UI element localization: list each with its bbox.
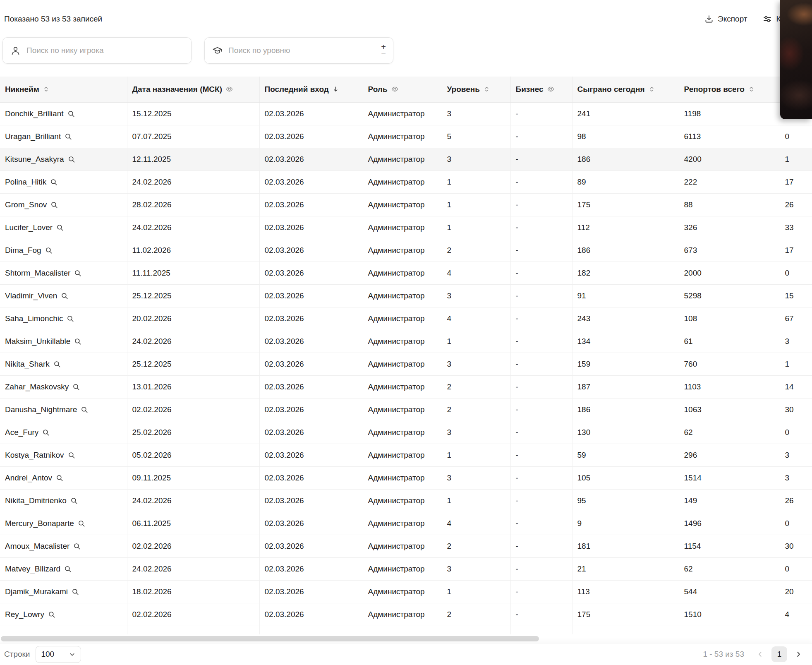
sort-icon[interactable] [649,86,655,92]
search-icon[interactable] [64,565,72,573]
level-decrement-button[interactable]: − [379,50,388,58]
column-header-8[interactable]: Репортов всего [679,77,780,102]
search-icon[interactable] [70,497,78,504]
assignment-date-cell: 25.12.2025 [127,284,259,307]
column-header-5[interactable]: Уровень [442,77,510,102]
extra-cell: 17 [780,170,812,193]
nickname-cell: Dima_Fog [0,239,127,262]
search-icon[interactable] [73,543,81,550]
level-search-input[interactable] [228,46,373,55]
assignment-date-cell: 11.11.2025 [127,262,259,284]
search-icon[interactable] [53,360,61,368]
table-row[interactable]: Kostya_Ratnikov05.02.202602.03.2026Админ… [0,444,812,466]
nickname-cell: Shtorm_Macalister [0,262,127,284]
business-cell: - [510,125,572,148]
visibility-icon[interactable] [547,86,554,93]
table-row[interactable]: Djamik_Murakami18.02.202602.03.2026Админ… [0,580,812,603]
assignment-date-cell: 02.02.2026 [127,603,259,626]
pagination: 1 - 53 из 53 1 [703,646,806,662]
role-cell: Администратор [363,193,442,216]
search-icon[interactable] [48,611,55,618]
sort-icon[interactable] [43,86,49,92]
search-icon[interactable] [72,383,80,391]
visibility-icon[interactable] [391,86,398,93]
sort-icon[interactable] [748,86,755,92]
search-icon[interactable] [72,588,79,595]
last-login-cell: 02.03.2026 [259,102,363,125]
column-header-6[interactable]: Бизнес [510,77,572,102]
search-icon[interactable] [81,406,88,413]
table-row[interactable]: Amoux_Macalister02.02.202602.03.2026Адми… [0,535,812,557]
search-icon[interactable] [56,474,63,482]
search-icon[interactable] [68,451,75,459]
level-search-box[interactable]: + − [204,37,393,64]
table-row[interactable]: Nikita_Dmitrienko24.02.202602.03.2026Адм… [0,489,812,512]
search-icon[interactable] [74,338,81,345]
nickname-search-box[interactable] [2,37,192,64]
level-cell: 2 [442,398,510,421]
rows-per-page-select[interactable]: 100 [36,646,81,663]
level-cell: 3 [442,557,510,580]
table-row[interactable]: Donchik_Brilliant15.12.202502.03.2026Адм… [0,102,812,125]
business-cell: - [510,535,572,557]
horizontal-scrollbar-thumb[interactable] [1,636,539,641]
search-icon[interactable] [67,110,75,118]
column-header-3[interactable]: Последний вход [259,77,363,102]
played-today-cell: 112 [572,216,679,239]
prev-page-button[interactable] [752,646,768,662]
page-1-button[interactable]: 1 [771,646,787,662]
table-row[interactable]: Vladimir_Viven25.12.202502.03.2026Админи… [0,284,812,307]
search-icon[interactable] [42,429,50,436]
table-row[interactable]: Lucifer_Lover24.02.202602.03.2026Админис… [0,216,812,239]
business-cell: - [510,375,572,398]
search-icon[interactable] [68,156,75,163]
table-row[interactable]: Danusha_Nightmare02.02.202602.03.2026Адм… [0,398,812,421]
search-icon[interactable] [61,292,68,300]
column-header-2[interactable]: Дата назначения (МСК) [127,77,259,102]
table-row[interactable]: Saha_Limonchic20.02.202602.03.2026Админи… [0,307,812,330]
search-icon[interactable] [78,520,85,527]
visibility-icon[interactable] [226,86,233,93]
table-row[interactable]: Andrei_Antov09.11.202502.03.2026Админист… [0,466,812,489]
sort-icon[interactable] [484,86,490,92]
extra-cell: 67 [780,307,812,330]
search-icon[interactable] [45,247,53,254]
table-row[interactable]: Kitsune_Asakyra12.11.202502.03.2026Админ… [0,148,812,170]
player-nickname: Matvey_Bllizard [5,564,60,574]
table-row[interactable]: Dima_Fog11.02.202602.03.2026Администрато… [0,239,812,262]
search-icon[interactable] [56,224,64,231]
reports-total-cell: 5298 [679,284,780,307]
extra-cell: 26 [780,489,812,512]
search-icon[interactable] [65,133,72,140]
table-row[interactable]: Shtorm_Macalister11.11.202502.03.2026Адм… [0,262,812,284]
search-icon[interactable] [74,269,81,277]
table-row[interactable]: Ace_Fury25.02.202602.03.2026Администрато… [0,421,812,444]
table-header-row: НикнеймДата назначения (МСК)Последний вх… [0,77,812,102]
sort-descending-icon[interactable] [333,86,339,92]
table-row[interactable]: Polina_Hitik24.02.202602.03.2026Админист… [0,170,812,193]
played-today-cell: 243 [572,307,679,330]
search-icon[interactable] [50,201,58,209]
column-header-4[interactable]: Роль [363,77,442,102]
column-header-7[interactable]: Сыграно сегодня [572,77,679,102]
table-row[interactable]: Zahar_Maskovsky13.01.202602.03.2026Админ… [0,375,812,398]
nickname-search-input[interactable] [26,46,186,55]
screenshot-preview-thumbnail[interactable] [780,0,812,119]
table-row[interactable]: Nikita_Shark25.12.202502.03.2026Админист… [0,353,812,375]
table-row[interactable]: Uragan_Brilliant07.07.202502.03.2026Адми… [0,125,812,148]
search-icon[interactable] [50,178,57,186]
column-label: Дата назначения (МСК) [132,85,222,94]
table-row[interactable]: Maksim_Unkillable24.02.202602.03.2026Адм… [0,330,812,353]
reports-total-cell: 149 [679,489,780,512]
table-row[interactable]: Rey_Lowry02.02.202602.03.2026Администрат… [0,603,812,626]
table-row[interactable]: Matvey_Bllizard24.02.202602.03.2026Админ… [0,557,812,580]
table-row[interactable]: Grom_Snov28.02.202602.03.2026Администрат… [0,193,812,216]
business-cell: - [510,284,572,307]
table-row[interactable]: Mercury_Bonaparte06.11.202502.03.2026Адм… [0,512,812,535]
export-button[interactable]: Экспорт [704,14,747,24]
next-page-button[interactable] [790,646,806,662]
column-header-1[interactable]: Никнейм [0,77,127,102]
business-cell: - [510,398,572,421]
assignment-date-cell: 25.02.2026 [127,421,259,444]
search-icon[interactable] [67,315,74,322]
